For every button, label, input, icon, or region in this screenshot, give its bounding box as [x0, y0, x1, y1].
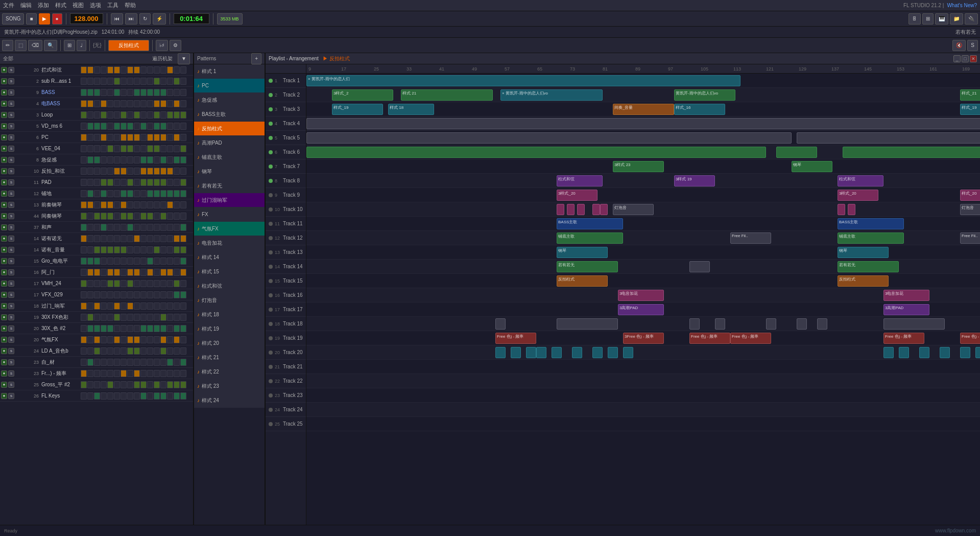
arrangement-block[interactable]: [817, 318, 827, 330]
ch-name[interactable]: 诺有诺无: [40, 235, 81, 242]
beat-pad[interactable]: [121, 201, 127, 208]
ch-solo-btn[interactable]: s: [8, 67, 14, 73]
beat-pad[interactable]: [121, 224, 127, 231]
beat-pad[interactable]: [81, 370, 87, 377]
beat-pad[interactable]: [167, 314, 173, 321]
beat-pad[interactable]: [147, 66, 153, 74]
ch-name[interactable]: 过门_响军: [40, 302, 81, 310]
beat-pad[interactable]: [121, 258, 127, 265]
beat-pad[interactable]: [81, 381, 87, 388]
pattern-item[interactable]: ♪ 过门混响军: [194, 193, 265, 207]
beat-pad[interactable]: [101, 336, 107, 343]
ch-mute-btn[interactable]: ●: [1, 89, 7, 96]
beat-pad[interactable]: [167, 224, 173, 231]
beat-pad[interactable]: [147, 291, 153, 298]
beat-pad[interactable]: [180, 336, 186, 343]
channel-row[interactable]: ● s 17 VFX_029: [0, 289, 193, 300]
track-label[interactable]: 15 Track 15: [266, 274, 306, 288]
piano-roll-btn[interactable]: 🎹: [935, 13, 948, 25]
beat-pad[interactable]: [101, 370, 107, 377]
pattern-item[interactable]: ♪ 柱式和弦: [194, 279, 265, 293]
beat-pad[interactable]: [94, 314, 100, 321]
beat-pad[interactable]: [114, 190, 120, 197]
arrangement-block[interactable]: [848, 204, 855, 215]
pattern-item[interactable]: ♪ 灯泡音: [194, 293, 265, 308]
arrangement-block[interactable]: [592, 204, 600, 215]
beat-pad[interactable]: [114, 100, 120, 107]
beat-pad[interactable]: [167, 392, 173, 400]
beat-pad[interactable]: [121, 280, 127, 287]
beat-pad[interactable]: [114, 258, 120, 265]
beat-pad[interactable]: [140, 156, 147, 164]
arrangement-block[interactable]: [797, 318, 807, 330]
beat-pad[interactable]: [180, 111, 186, 119]
arrangement-block[interactable]: [552, 347, 562, 358]
channel-row[interactable]: ● s 4 电BASS: [0, 98, 193, 109]
beat-pad[interactable]: [147, 201, 153, 208]
beat-pad[interactable]: [127, 258, 133, 265]
arrangement-block[interactable]: Free 色) - 频率: [960, 333, 980, 344]
channel-row[interactable]: ● s 16 阿_门: [0, 267, 193, 278]
ch-mute-btn[interactable]: ●: [1, 179, 7, 185]
arrangement-block[interactable]: [572, 347, 582, 358]
beat-pad[interactable]: [174, 201, 180, 208]
beat-pad[interactable]: [87, 78, 93, 85]
beat-pad[interactable]: [94, 392, 100, 400]
beat-pad[interactable]: [147, 347, 153, 355]
beat-pad[interactable]: [127, 156, 133, 164]
beat-pad[interactable]: [107, 123, 113, 130]
beat-pad[interactable]: [127, 392, 133, 400]
ch-name[interactable]: 30X FX色彩: [40, 314, 81, 321]
snap-btn[interactable]: ⊞: [64, 40, 75, 51]
channel-rack-collapse-btn[interactable]: ▼: [178, 53, 190, 64]
beat-pad[interactable]: [140, 213, 147, 220]
beat-pad[interactable]: [127, 100, 133, 107]
arrangement-block[interactable]: 钢琴: [792, 161, 832, 172]
beat-pad[interactable]: [174, 381, 180, 388]
beat-pad[interactable]: [180, 156, 186, 164]
beat-pad[interactable]: [154, 111, 160, 119]
beat-pad[interactable]: [81, 134, 87, 141]
arrangement-block[interactable]: [899, 347, 909, 358]
ch-mute-btn[interactable]: ●: [1, 303, 7, 309]
beat-pad[interactable]: [121, 89, 127, 96]
beat-pad[interactable]: [121, 302, 127, 310]
beat-pad[interactable]: [94, 78, 100, 85]
menu-add[interactable]: 添加: [38, 2, 49, 9]
ch-name[interactable]: 间奏钢琴: [40, 213, 81, 220]
beat-pad[interactable]: [134, 280, 140, 287]
ch-mute-btn[interactable]: ●: [1, 325, 7, 332]
bpm-display[interactable]: 128.000: [70, 13, 103, 24]
track-label[interactable]: 9 Track 9: [266, 188, 306, 202]
arrangement-block[interactable]: [495, 318, 506, 330]
beat-pad[interactable]: [87, 156, 93, 164]
arrangement-block[interactable]: [883, 318, 945, 330]
beat-pad[interactable]: [114, 359, 120, 366]
beat-pad[interactable]: [101, 302, 107, 310]
beat-pad[interactable]: [107, 111, 113, 119]
channel-row[interactable]: ● s 6 VEE_04: [0, 143, 193, 154]
arrangement-block[interactable]: [567, 204, 575, 215]
beat-pad[interactable]: [81, 291, 87, 298]
beat-pad[interactable]: [140, 258, 147, 265]
ch-solo-btn[interactable]: s: [8, 348, 14, 354]
ch-name[interactable]: 诺有_音量: [40, 246, 81, 253]
beat-pad[interactable]: [180, 359, 186, 366]
beat-pad[interactable]: [81, 359, 87, 366]
ch-mute-btn[interactable]: ●: [1, 123, 7, 129]
beat-pad[interactable]: [87, 145, 93, 152]
beat-pad[interactable]: [134, 347, 140, 355]
beat-pad[interactable]: [94, 359, 100, 366]
beat-pad[interactable]: [180, 78, 186, 85]
beat-pad[interactable]: [140, 370, 147, 377]
beat-pad[interactable]: [107, 168, 113, 175]
beat-pad[interactable]: [154, 100, 160, 107]
beat-pad[interactable]: [127, 201, 133, 208]
beat-pad[interactable]: [114, 89, 120, 96]
beat-pad[interactable]: [114, 336, 120, 343]
beat-pad[interactable]: [94, 291, 100, 298]
track-content-area[interactable]: × 黄凯芹-雨中的恋人们3样式_2样式 21× 黄凯芹-雨中的恋人们vo黄凯芹-…: [306, 74, 980, 525]
beat-pad[interactable]: [180, 325, 186, 332]
beat-pad[interactable]: [160, 213, 166, 220]
beat-pad[interactable]: [147, 302, 153, 310]
